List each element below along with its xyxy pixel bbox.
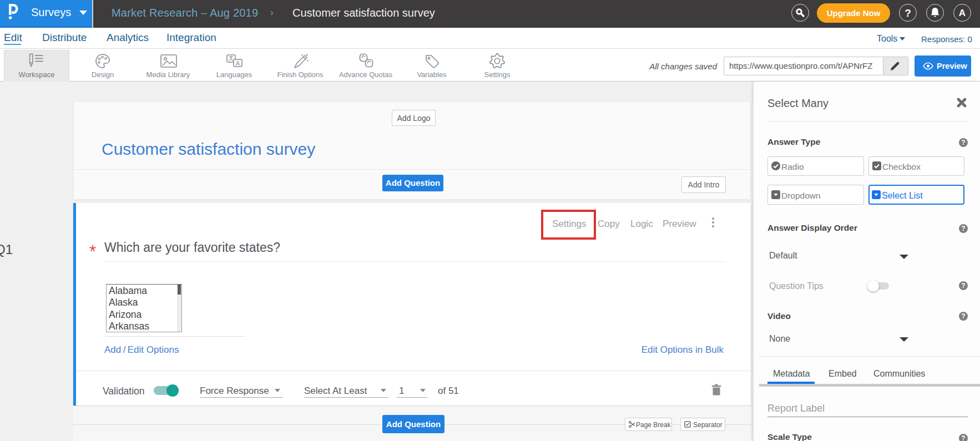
- svg-text:A: A: [236, 60, 240, 67]
